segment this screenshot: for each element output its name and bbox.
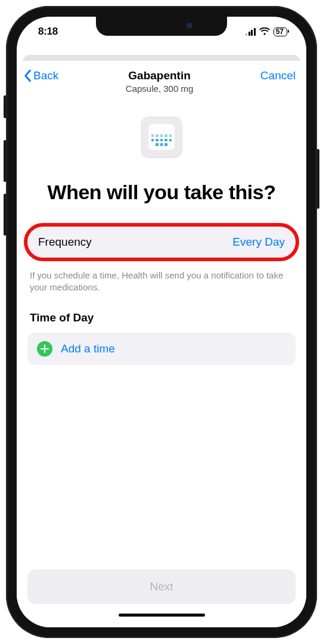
frequency-row-wrap: Frequency Every Day [27,227,296,258]
nav-subtitle: Capsule, 300 mg [58,83,260,94]
cellular-signal-icon [246,28,256,36]
wifi-icon [259,27,270,36]
notch [96,17,227,36]
status-time: 8:18 [38,26,58,38]
content-area: When will you take this? Frequency Every… [17,98,306,619]
next-button[interactable]: Next [27,569,296,604]
spacer [27,365,296,569]
add-time-label: Add a time [61,342,115,355]
nav-title: Gabapentin [58,69,260,82]
plus-circle-icon [37,341,52,357]
volume-down-button [4,194,7,236]
battery-percent: 57 [276,28,284,35]
frequency-label: Frequency [38,236,92,249]
battery-indicator: 57 [274,27,287,36]
medication-capsule-icon [141,116,182,158]
modal-sheet: Back Gabapentin Capsule, 300 mg Cancel [17,61,306,627]
back-label: Back [33,69,58,82]
nav-bar: Back Gabapentin Capsule, 300 mg Cancel [17,61,306,98]
chevron-left-icon [23,69,32,82]
silent-switch [4,95,7,118]
volume-up-button [4,140,7,182]
frequency-value: Every Day [232,236,285,249]
status-indicators: 57 [246,27,287,36]
screen: 8:18 57 Back [17,17,306,627]
medication-icon-wrap [27,116,296,158]
page-heading: When will you take this? [27,179,296,205]
time-of-day-title: Time of Day [27,311,296,324]
add-time-button[interactable]: Add a time [27,333,296,365]
frequency-row[interactable]: Frequency Every Day [27,227,296,258]
phone-frame: 8:18 57 Back [6,6,317,638]
blister-pack-icon [148,124,175,150]
power-button [316,149,319,209]
cancel-button[interactable]: Cancel [260,69,296,82]
home-indicator[interactable] [119,614,205,617]
nav-title-group: Gabapentin Capsule, 300 mg [58,69,260,94]
back-button[interactable]: Back [23,69,58,82]
schedule-hint-text: If you schedule a time, Health will send… [27,270,296,294]
